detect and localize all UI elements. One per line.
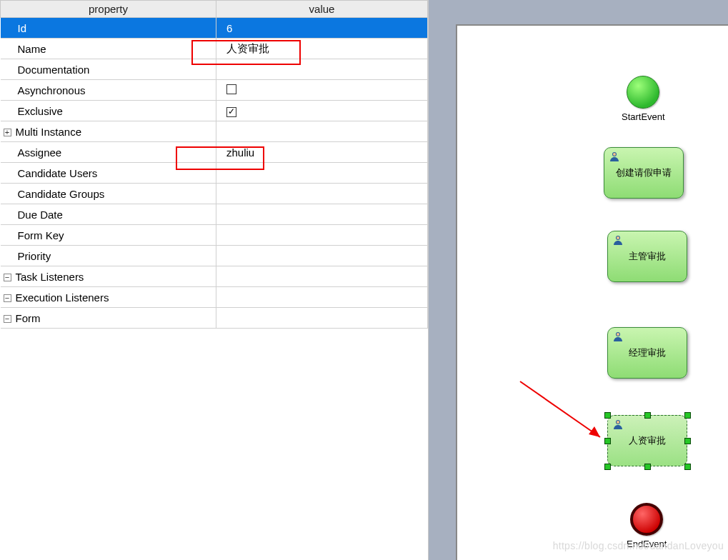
property-label[interactable]: Candidate Groups [1, 184, 216, 204]
task-node[interactable]: 创建请假申请 [604, 147, 684, 199]
property-label-text: Id [18, 22, 27, 34]
collapse-icon[interactable]: − [4, 315, 11, 323]
property-label[interactable]: Assignee [1, 142, 216, 163]
end-event-label: EndEvent [627, 539, 667, 549]
task-node[interactable]: 经理审批 [607, 327, 687, 379]
property-label-text: Name [18, 43, 46, 55]
property-label[interactable]: Name [1, 39, 216, 59]
resize-handle[interactable] [684, 438, 691, 444]
task-node[interactable]: 人资审批 [607, 415, 687, 466]
property-label-text: Documentation [18, 64, 90, 76]
property-value[interactable] [216, 80, 428, 101]
property-value[interactable]: zhuliu [216, 142, 428, 163]
svg-point-1 [613, 153, 616, 156]
collapse-icon[interactable]: − [4, 274, 11, 281]
property-label-text: Exclusive [18, 105, 63, 117]
property-value[interactable] [216, 266, 428, 287]
property-value[interactable] [216, 163, 428, 184]
property-label-text: Candidate Groups [18, 188, 105, 200]
diagram-area: StartEvent创建请假申请主管审批经理审批人资审批EndEvent [429, 0, 728, 560]
property-label-text: Due Date [18, 209, 63, 221]
svg-point-7 [617, 421, 619, 424]
user-task[interactable]: 创建请假申请 [604, 147, 684, 199]
property-value[interactable]: ✓ [216, 101, 428, 121]
task-label: 创建请假申请 [616, 166, 672, 179]
property-value[interactable] [216, 184, 428, 204]
property-label[interactable]: Form Key [1, 225, 216, 246]
resize-handle[interactable] [644, 464, 651, 470]
start-event-circle[interactable] [627, 76, 659, 109]
checkbox[interactable]: ✓ [226, 107, 236, 117]
task-label: 经理审批 [629, 346, 666, 359]
property-value[interactable] [216, 308, 428, 329]
resize-handle[interactable] [604, 438, 611, 444]
property-value[interactable] [216, 204, 428, 225]
property-label-text: Form Key [18, 229, 64, 241]
property-label-text: Asynchronous [18, 84, 86, 96]
property-label[interactable]: −Task Listeners [1, 266, 216, 287]
property-label-text: Candidate Users [18, 167, 98, 179]
property-label-text: Assignee [18, 146, 62, 159]
user-icon [612, 234, 624, 246]
user-task[interactable]: 经理审批 [607, 327, 687, 379]
property-label[interactable]: −Form [1, 308, 216, 329]
resize-handle[interactable] [604, 464, 611, 470]
property-label[interactable]: Id [1, 18, 216, 39]
svg-point-5 [617, 333, 619, 336]
property-value[interactable] [216, 121, 428, 142]
end-event-circle[interactable] [630, 503, 663, 536]
property-label[interactable]: Asynchronous [1, 80, 216, 101]
task-node[interactable]: 主管审批 [607, 231, 687, 282]
bpmn-canvas[interactable]: StartEvent创建请假申请主管审批经理审批人资审批EndEvent [456, 24, 728, 560]
property-label-text: Task Listeners [16, 271, 84, 283]
property-value[interactable]: 6 [216, 18, 428, 39]
checkbox[interactable] [226, 84, 236, 94]
collapse-icon[interactable]: − [4, 294, 11, 302]
start-event-node[interactable]: StartEvent [622, 76, 665, 122]
properties-header-property: property [1, 1, 216, 18]
property-label[interactable]: Documentation [1, 59, 216, 80]
property-label[interactable]: Priority [1, 246, 216, 266]
property-value[interactable] [216, 246, 428, 266]
property-label[interactable]: Candidate Users [1, 163, 216, 184]
resize-handle[interactable] [644, 412, 651, 419]
property-label-text: Priority [18, 250, 51, 262]
resize-handle[interactable] [684, 412, 691, 419]
property-value[interactable]: 人资审批 [216, 39, 428, 59]
user-task[interactable]: 人资审批 [607, 415, 687, 466]
properties-header-value: value [216, 1, 428, 18]
end-event-node[interactable]: EndEvent [627, 503, 667, 549]
property-label-text: Form [16, 312, 41, 324]
property-label[interactable]: Exclusive [1, 101, 216, 121]
user-icon [612, 331, 624, 342]
task-label: 人资审批 [629, 434, 666, 447]
property-label-text: Multi Instance [16, 126, 82, 138]
properties-panel: property value Id6Name人资审批DocumentationA… [0, 0, 429, 560]
resize-handle[interactable] [604, 412, 611, 419]
property-value[interactable] [216, 59, 428, 80]
property-label-text: Execution Listeners [16, 291, 109, 304]
user-icon [612, 419, 624, 430]
task-label: 主管审批 [629, 250, 666, 263]
property-value[interactable] [216, 287, 428, 308]
svg-point-3 [617, 236, 619, 239]
start-event-label: StartEvent [622, 111, 665, 122]
property-value[interactable] [216, 225, 428, 246]
properties-table: property value Id6Name人资审批DocumentationA… [0, 0, 428, 329]
property-label[interactable]: −Execution Listeners [1, 287, 216, 308]
resize-handle[interactable] [684, 464, 691, 470]
user-icon [609, 151, 620, 162]
expand-icon[interactable]: + [4, 129, 11, 136]
property-label[interactable]: Due Date [1, 204, 216, 225]
property-label[interactable]: +Multi Instance [1, 121, 216, 142]
user-task[interactable]: 主管审批 [607, 231, 687, 282]
